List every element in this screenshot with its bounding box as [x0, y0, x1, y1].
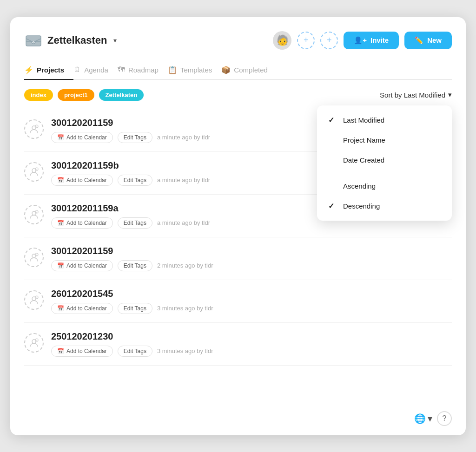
header: Zettelkasten ▾ 🧓 + + 👤+ Invite ✏️ New	[24, 31, 452, 50]
edit-tags-button[interactable]: Edit Tags	[118, 346, 152, 357]
project-content: 260120201545 📅 Add to Calendar Edit Tags…	[51, 288, 452, 314]
tab-projects[interactable]: ⚡ Projects	[24, 61, 73, 80]
roadmap-icon: 🗺	[118, 66, 125, 74]
project-title: 300120201159	[51, 246, 452, 256]
logo-area: Zettelkasten ▾	[24, 31, 117, 50]
invite-icon: 👤+	[354, 36, 367, 45]
completed-icon: 📦	[221, 66, 231, 74]
calendar-icon: 📅	[57, 177, 64, 183]
edit-tags-button[interactable]: Edit Tags	[118, 260, 152, 271]
sort-option-date-created[interactable]: ✓ Date Created	[317, 150, 452, 170]
sort-option-project-name[interactable]: ✓ Project Name	[317, 130, 452, 150]
svg-text:+: +	[36, 253, 37, 256]
project-content: 250120201230 📅 Add to Calendar Edit Tags…	[51, 331, 452, 357]
tag-index[interactable]: index	[24, 89, 53, 101]
project-content: 300120201159 📅 Add to Calendar Edit Tags…	[51, 246, 452, 271]
header-right: 🧓 + + 👤+ Invite ✏️ New	[273, 31, 452, 50]
calendar-icon: 📅	[57, 348, 64, 354]
new-icon: ✏️	[415, 36, 423, 45]
project-meta: 📅 Add to Calendar Edit Tags 3 minutes ag…	[51, 346, 452, 357]
project-avatar: +	[24, 205, 44, 224]
svg-text:+: +	[36, 168, 37, 170]
globe-chevron-icon: ▾	[428, 413, 432, 424]
calendar-icon: 📅	[57, 305, 64, 312]
add-to-calendar-button[interactable]: 📅 Add to Calendar	[51, 132, 113, 143]
app-chevron[interactable]: ▾	[113, 37, 117, 44]
project-meta: 📅 Add to Calendar Edit Tags 2 minutes ag…	[51, 260, 452, 271]
svg-rect-0	[26, 36, 41, 46]
calendar-icon: 📅	[57, 262, 64, 269]
tab-completed[interactable]: 📦 Completed	[221, 61, 277, 80]
project-item-p6: + 250120201230 📅 Add to Calendar Edit Ta…	[24, 323, 452, 366]
svg-text:+: +	[36, 210, 37, 213]
tab-templates[interactable]: 📋 Templates	[168, 61, 221, 80]
project-item-p5: + 260120201545 📅 Add to Calendar Edit Ta…	[24, 280, 452, 323]
sort-option-descending[interactable]: ✓ Descending	[317, 196, 452, 216]
bottom-bar: 🌐 ▾ ?	[414, 411, 452, 426]
dropdown-divider	[317, 173, 452, 173]
project-time: a minute ago by tldr	[157, 177, 210, 183]
tab-roadmap[interactable]: 🗺 Roadmap	[118, 61, 168, 79]
sort-label: Sort by Last Modified	[380, 91, 445, 99]
agenda-icon: 🗓	[73, 66, 81, 74]
project-avatar: +	[24, 162, 44, 182]
new-button[interactable]: ✏️ New	[404, 32, 452, 49]
project-avatar: +	[24, 248, 44, 267]
project-title: 250120201230	[51, 331, 452, 342]
project-meta: 📅 Add to Calendar Edit Tags 3 minutes ag…	[51, 303, 452, 314]
add-member-button-2[interactable]: +	[320, 32, 338, 49]
svg-text:+: +	[36, 339, 37, 341]
calendar-icon: 📅	[57, 220, 64, 226]
tag-zettelkaten[interactable]: Zettelkaten	[99, 89, 144, 101]
edit-tags-button[interactable]: Edit Tags	[118, 175, 152, 186]
project-time: 3 minutes ago by tldr	[157, 305, 213, 312]
sort-option-ascending[interactable]: ✓ Ascending	[317, 176, 452, 196]
svg-text:+: +	[36, 296, 37, 299]
project-item-p4: + 300120201159 📅 Add to Calendar Edit Ta…	[24, 237, 452, 280]
sort-chevron-icon: ▾	[448, 91, 452, 99]
tabs-nav: ⚡ Projects 🗓 Agenda 🗺 Roadmap 📋 Template…	[24, 61, 452, 80]
filter-row: index project1 Zettelkaten Sort by Last …	[24, 89, 452, 101]
inbox-icon	[24, 31, 43, 50]
project-avatar: +	[24, 290, 44, 310]
tag-project1[interactable]: project1	[58, 89, 94, 101]
globe-icon: 🌐	[414, 413, 426, 424]
language-button[interactable]: 🌐 ▾	[414, 413, 432, 424]
help-button[interactable]: ?	[437, 411, 452, 426]
calendar-icon: 📅	[57, 134, 64, 141]
invite-button[interactable]: 👤+ Invite	[344, 32, 399, 49]
sort-option-last-modified[interactable]: ✓ Last Modified	[317, 110, 452, 130]
sort-button[interactable]: Sort by Last Modified ▾	[380, 91, 452, 99]
project-title: 260120201545	[51, 288, 452, 299]
project-avatar: +	[24, 333, 44, 353]
add-member-button-1[interactable]: +	[297, 32, 315, 49]
add-to-calendar-button[interactable]: 📅 Add to Calendar	[51, 346, 113, 357]
project-time: 3 minutes ago by tldr	[157, 347, 213, 354]
tab-agenda[interactable]: 🗓 Agenda	[73, 61, 118, 79]
sort-dropdown: ✓ Last Modified ✓ Project Name ✓ Date Cr…	[317, 105, 452, 221]
avatar: 🧓	[273, 31, 291, 50]
projects-icon: ⚡	[24, 66, 33, 74]
add-to-calendar-button[interactable]: 📅 Add to Calendar	[51, 260, 113, 271]
check-icon-last-modified: ✓	[328, 116, 337, 124]
edit-tags-button[interactable]: Edit Tags	[118, 132, 152, 143]
project-time: a minute ago by tldr	[157, 219, 210, 226]
app-title: Zettelkasten	[47, 34, 107, 46]
add-to-calendar-button[interactable]: 📅 Add to Calendar	[51, 303, 113, 314]
add-to-calendar-button[interactable]: 📅 Add to Calendar	[51, 175, 113, 186]
svg-text:+: +	[36, 125, 37, 128]
edit-tags-button[interactable]: Edit Tags	[118, 217, 152, 229]
check-icon-descending: ✓	[328, 202, 337, 210]
edit-tags-button[interactable]: Edit Tags	[118, 303, 152, 314]
filter-tags: index project1 Zettelkaten	[24, 89, 144, 101]
app-window: Zettelkasten ▾ 🧓 + + 👤+ Invite ✏️ New ⚡	[10, 17, 466, 435]
templates-icon: 📋	[168, 66, 177, 74]
project-time: 2 minutes ago by tldr	[157, 262, 213, 269]
add-to-calendar-button[interactable]: 📅 Add to Calendar	[51, 217, 113, 229]
project-time: a minute ago by tldr	[157, 134, 210, 141]
project-avatar: +	[24, 119, 44, 139]
